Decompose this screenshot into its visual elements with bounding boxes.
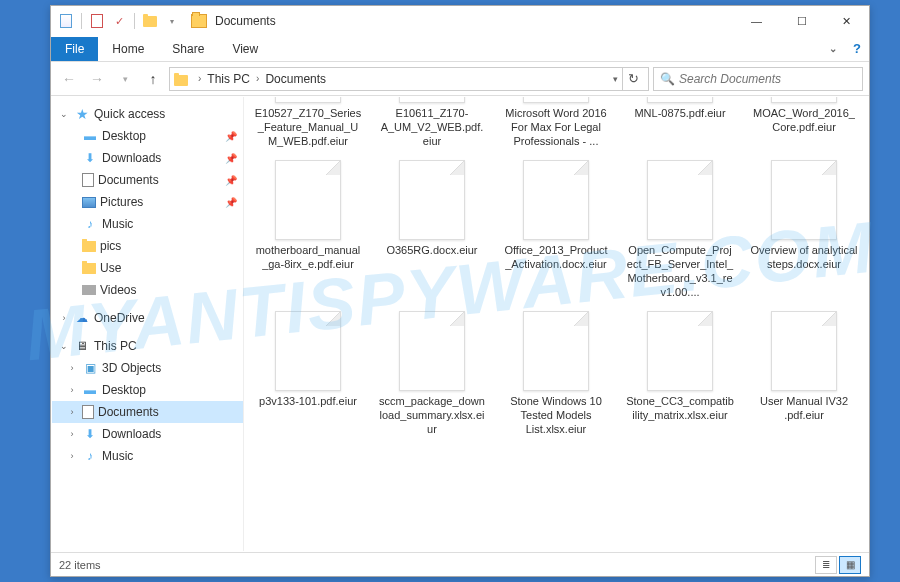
- sidebar-item-label: pics: [100, 239, 237, 253]
- search-input[interactable]: [679, 72, 856, 86]
- breadcrumb-root[interactable]: This PC: [205, 72, 252, 86]
- quick-access-toolbar: ✓ ▾: [51, 12, 187, 30]
- file-item[interactable]: Overview of analytical steps.docx.eiur: [750, 160, 858, 299]
- sidebar-item-label: Desktop: [102, 129, 225, 143]
- file-item[interactable]: Microsoft Word 2016 For Max For Legal Pr…: [502, 103, 610, 148]
- file-item[interactable]: E10611_Z170-A_UM_V2_WEB.pdf.eiur: [378, 103, 486, 148]
- file-tab[interactable]: File: [51, 37, 98, 61]
- chevron-right-icon[interactable]: ›: [58, 313, 70, 323]
- search-box[interactable]: 🔍: [653, 67, 863, 91]
- pin-icon: 📌: [225, 131, 237, 142]
- tab-view[interactable]: View: [218, 37, 272, 61]
- file-item[interactable]: Office_2013_Product_Activation.docx.eiur: [502, 160, 610, 299]
- file-thumbnail-icon: [523, 160, 589, 240]
- folder-icon: [82, 241, 96, 252]
- chevron-right-icon[interactable]: ›: [194, 73, 205, 84]
- file-name-label: Stone Windows 10 Tested Models List.xlsx…: [502, 395, 610, 436]
- file-item[interactable]: MNL-0875.pdf.eiur: [626, 103, 734, 148]
- chevron-down-icon[interactable]: ⌄: [58, 109, 70, 119]
- help-icon[interactable]: ?: [845, 41, 869, 56]
- file-thumbnail-icon: [523, 311, 589, 391]
- minimize-button[interactable]: ―: [734, 7, 779, 35]
- file-item[interactable]: sccm_package_download_summary.xlsx.eiur: [378, 311, 486, 436]
- sidebar-quick-access[interactable]: ⌄ ★ Quick access: [52, 103, 243, 125]
- refresh-button[interactable]: ↻: [622, 68, 644, 90]
- qat-dropdown-icon[interactable]: ▾: [163, 12, 181, 30]
- recent-dropdown-icon[interactable]: ▾: [113, 67, 137, 91]
- breadcrumb-current[interactable]: Documents: [263, 72, 328, 86]
- maximize-button[interactable]: ☐: [779, 7, 824, 35]
- sidebar-item-label: Quick access: [94, 107, 237, 121]
- sidebar-item-label: Music: [102, 217, 237, 231]
- downloads-icon: ⬇: [82, 426, 98, 442]
- folder-icon: [174, 72, 190, 86]
- file-name-label: O365RG.docx.eiur: [386, 244, 477, 258]
- tab-home[interactable]: Home: [98, 37, 158, 61]
- icons-view-button[interactable]: ▦: [839, 556, 861, 574]
- qat-folder-icon[interactable]: [141, 12, 159, 30]
- chevron-right-icon[interactable]: ›: [66, 407, 78, 417]
- music-icon: ♪: [82, 216, 98, 232]
- file-thumbnail-icon: [275, 160, 341, 240]
- desktop-icon: ▬: [82, 382, 98, 398]
- file-item[interactable]: motherboard_manual_ga-8irx_e.pdf.eiur: [254, 160, 362, 299]
- forward-button[interactable]: →: [85, 67, 109, 91]
- sidebar-item-videos[interactable]: Videos: [52, 279, 243, 301]
- sidebar-item-desktop[interactable]: ▬Desktop📌: [52, 125, 243, 147]
- file-name-label: motherboard_manual_ga-8irx_e.pdf.eiur: [254, 244, 362, 272]
- file-content-area[interactable]: E10527_Z170_Series_Feature_Manual_UM_WEB…: [244, 97, 868, 551]
- file-item[interactable]: MOAC_Word_2016_Core.pdf.eiur: [750, 103, 858, 148]
- ribbon-expand-icon[interactable]: ⌄: [821, 43, 845, 54]
- qat-new-folder-icon[interactable]: [88, 12, 106, 30]
- file-thumbnail-icon: [523, 97, 589, 103]
- address-dropdown-icon[interactable]: ▾: [609, 74, 622, 84]
- sidebar-item-pics[interactable]: pics: [52, 235, 243, 257]
- sidebar-this-pc[interactable]: ⌄ 🖥 This PC: [52, 335, 243, 357]
- sidebar-item-desktop[interactable]: ›▬Desktop: [52, 379, 243, 401]
- sidebar-item-documents[interactable]: Documents📌: [52, 169, 243, 191]
- file-item[interactable]: Stone_CC3_compatibility_matrix.xlsx.eiur: [626, 311, 734, 436]
- sidebar-item-downloads[interactable]: ›⬇Downloads: [52, 423, 243, 445]
- file-item[interactable]: O365RG.docx.eiur: [378, 160, 486, 299]
- search-icon: 🔍: [660, 72, 675, 86]
- address-bar[interactable]: › This PC › Documents ▾ ↻: [169, 67, 649, 91]
- sidebar-item-label: Downloads: [102, 427, 237, 441]
- chevron-right-icon[interactable]: ›: [66, 363, 78, 373]
- sidebar[interactable]: ⌄ ★ Quick access ▬Desktop📌⬇Downloads📌Doc…: [52, 97, 244, 551]
- file-item[interactable]: User Manual IV32 .pdf.eiur: [750, 311, 858, 436]
- body: ⌄ ★ Quick access ▬Desktop📌⬇Downloads📌Doc…: [51, 96, 869, 552]
- chevron-right-icon[interactable]: ›: [66, 385, 78, 395]
- sidebar-item-music[interactable]: ♪Music: [52, 213, 243, 235]
- sidebar-item-downloads[interactable]: ⬇Downloads📌: [52, 147, 243, 169]
- sidebar-item-use[interactable]: Use: [52, 257, 243, 279]
- tab-share[interactable]: Share: [158, 37, 218, 61]
- file-thumbnail-icon: [771, 311, 837, 391]
- file-name-label: Office_2013_Product_Activation.docx.eiur: [502, 244, 610, 272]
- sidebar-group-this-pc: ⌄ 🖥 This PC ›▣3D Objects›▬Desktop›Docume…: [52, 335, 243, 467]
- sidebar-item-music[interactable]: ›♪Music: [52, 445, 243, 467]
- docfolder-icon: [82, 405, 94, 419]
- qat-properties-icon[interactable]: [57, 12, 75, 30]
- chevron-right-icon[interactable]: ›: [66, 429, 78, 439]
- qat-check-icon[interactable]: ✓: [110, 12, 128, 30]
- sidebar-item-documents[interactable]: ›Documents: [52, 401, 243, 423]
- sidebar-item-3d-objects[interactable]: ›▣3D Objects: [52, 357, 243, 379]
- chevron-down-icon[interactable]: ⌄: [58, 341, 70, 351]
- chevron-right-icon[interactable]: ›: [252, 73, 263, 84]
- file-thumbnail-icon: [771, 97, 837, 103]
- details-view-button[interactable]: ≣: [815, 556, 837, 574]
- titlebar: ✓ ▾ Documents ― ☐ ✕: [51, 6, 869, 36]
- file-item[interactable]: Open_Compute_Project_FB_Server_Intel_Mot…: [626, 160, 734, 299]
- file-item[interactable]: Stone Windows 10 Tested Models List.xlsx…: [502, 311, 610, 436]
- sidebar-onedrive[interactable]: › ☁ OneDrive: [52, 307, 243, 329]
- file-item[interactable]: E10527_Z170_Series_Feature_Manual_UM_WEB…: [254, 103, 362, 148]
- window-controls: ― ☐ ✕: [734, 7, 869, 35]
- up-button[interactable]: ↑: [141, 67, 165, 91]
- sidebar-item-pictures[interactable]: Pictures📌: [52, 191, 243, 213]
- back-button[interactable]: ←: [57, 67, 81, 91]
- close-button[interactable]: ✕: [824, 7, 869, 35]
- file-thumbnail-icon: [399, 97, 465, 103]
- file-thumbnail-icon: [647, 311, 713, 391]
- file-item[interactable]: p3v133-101.pdf.eiur: [254, 311, 362, 436]
- chevron-right-icon[interactable]: ›: [66, 451, 78, 461]
